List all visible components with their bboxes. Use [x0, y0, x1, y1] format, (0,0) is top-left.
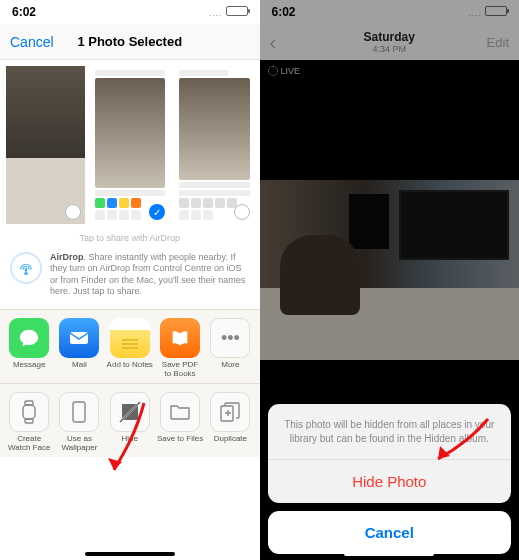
share-notes[interactable]: Add to Notes [105, 318, 155, 379]
status-time: 6:02 [12, 5, 36, 19]
folder-icon [160, 392, 200, 432]
mail-icon [59, 318, 99, 358]
hide-photo-button[interactable]: Hide Photo [268, 460, 512, 503]
action-sheet: This photo will be hidden from all place… [268, 404, 512, 554]
checkmark-icon: ✓ [149, 204, 165, 220]
svg-rect-8 [73, 402, 85, 422]
home-indicator[interactable] [85, 552, 175, 556]
battery-icon: .... [209, 5, 247, 19]
photo-thumbnails: ✓ [0, 60, 260, 230]
watch-icon [9, 392, 49, 432]
action-watch-face[interactable]: Create Watch Face [4, 392, 54, 453]
notes-icon [110, 318, 150, 358]
system-action-row[interactable]: Create Watch Face Use as Wallpaper Hide … [0, 384, 260, 457]
status-bar: 6:02 .... [0, 0, 260, 24]
home-indicator[interactable] [344, 552, 434, 556]
phone-rect-icon [59, 392, 99, 432]
screenshot-share-sheet: 6:02 .... Cancel 1 Photo Selected [0, 0, 260, 560]
svg-rect-6 [25, 401, 33, 405]
duplicate-plus-icon [210, 392, 250, 432]
share-more[interactable]: ••• More [205, 318, 255, 379]
action-duplicate[interactable]: Duplicate [205, 392, 255, 453]
hide-slash-icon [110, 392, 150, 432]
unselected-circle-icon [65, 204, 81, 220]
thumb-1[interactable] [6, 66, 85, 224]
action-wallpaper[interactable]: Use as Wallpaper [54, 392, 104, 453]
airdrop-description: AirDrop. Share instantly with people nea… [50, 252, 250, 297]
app-share-row[interactable]: Message Mail Add to Notes Save PDF to Bo… [0, 309, 260, 384]
airdrop-hint: Tap to share with AirDrop [0, 230, 260, 246]
cancel-button[interactable]: Cancel [10, 34, 54, 50]
sheet-message: This photo will be hidden from all place… [268, 404, 512, 460]
svg-rect-7 [25, 419, 33, 423]
action-save-files[interactable]: Save to Files [155, 392, 205, 453]
share-navbar: Cancel 1 Photo Selected [0, 24, 260, 60]
airdrop-section: AirDrop. Share instantly with people nea… [0, 246, 260, 309]
messages-icon [9, 318, 49, 358]
books-icon [160, 318, 200, 358]
more-icon: ••• [210, 318, 250, 358]
action-hide[interactable]: Hide [105, 392, 155, 453]
sheet-cancel-button[interactable]: Cancel [268, 511, 512, 554]
airdrop-icon [10, 252, 42, 284]
share-books[interactable]: Save PDF to Books [155, 318, 205, 379]
thumb-3[interactable] [175, 66, 254, 224]
share-message[interactable]: Message [4, 318, 54, 379]
thumb-2-selected[interactable]: ✓ [91, 66, 170, 224]
svg-rect-1 [70, 332, 88, 344]
unselected-circle-icon [234, 204, 250, 220]
svg-rect-5 [23, 405, 35, 419]
screenshot-hide-confirm: 6:02 .... ‹ Saturday 4:34 PM Edit LIVE T… [260, 0, 520, 560]
share-mail[interactable]: Mail [54, 318, 104, 379]
